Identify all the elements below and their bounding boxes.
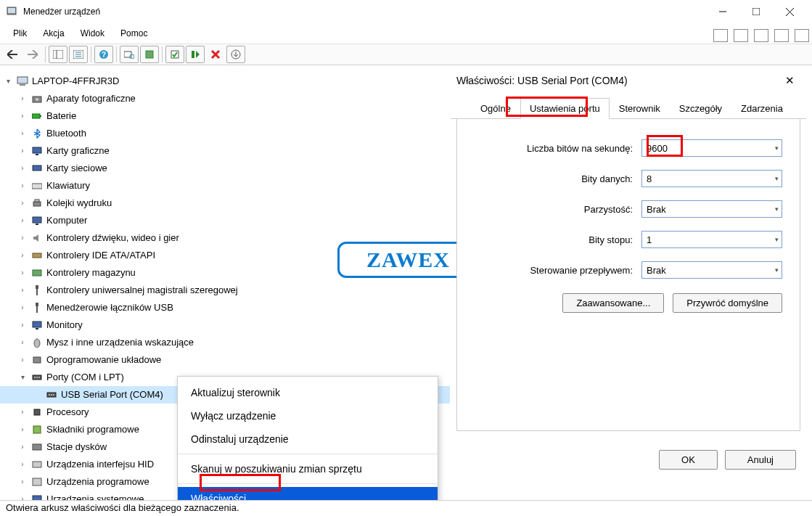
minimize-button[interactable] bbox=[706, 0, 739, 23]
system-icon bbox=[30, 494, 44, 500]
ok-button[interactable]: OK bbox=[659, 450, 718, 470]
cm-scan-hardware[interactable]: Skanuj w poszukiwaniu zmian sprzętu bbox=[178, 457, 438, 480]
disable-icon[interactable] bbox=[186, 46, 205, 63]
collapse-icon[interactable]: ▾ bbox=[17, 370, 28, 385]
update-driver-icon[interactable] bbox=[140, 46, 159, 63]
svg-rect-33 bbox=[35, 200, 39, 202]
expand-icon[interactable]: › bbox=[17, 353, 28, 367]
uninstall-icon[interactable] bbox=[206, 46, 225, 63]
tree-item-display[interactable]: ›Karty graficzne bbox=[0, 142, 450, 160]
expand-icon[interactable]: › bbox=[17, 248, 28, 263]
extra-icon-2[interactable] bbox=[734, 29, 748, 42]
tab-general[interactable]: Ogólne bbox=[471, 98, 520, 119]
tree-item-bluetooth[interactable]: ›Bluetooth bbox=[0, 125, 450, 142]
down-arrow-icon[interactable] bbox=[226, 46, 245, 63]
cm-disable-device[interactable]: Wyłącz urządzenie bbox=[178, 404, 438, 427]
svg-rect-23 bbox=[20, 84, 25, 86]
tree-item-label: Kontrolery IDE ATA/ATAPI bbox=[46, 248, 155, 263]
close-button[interactable] bbox=[773, 0, 806, 23]
tab-port-settings[interactable]: Ustawienia portu bbox=[520, 98, 610, 119]
tree-item-mice[interactable]: ›Mysz i inne urządzenia wskazujące bbox=[0, 334, 450, 351]
expand-icon[interactable]: › bbox=[17, 266, 28, 280]
tree-root[interactable]: ▾ LAPTOP-4FFRJR3D bbox=[0, 73, 450, 90]
show-hide-tree-icon[interactable] bbox=[49, 46, 67, 63]
menu-view[interactable]: Widok bbox=[73, 26, 112, 41]
flow-control-dropdown[interactable]: Brak ▾ bbox=[641, 261, 782, 279]
chevron-down-icon: ▾ bbox=[775, 175, 779, 182]
bits-per-sec-dropdown[interactable]: 9600 ▾ bbox=[641, 139, 782, 157]
tree-item-monitors[interactable]: ›Monitory bbox=[0, 316, 450, 334]
svg-point-15 bbox=[130, 54, 134, 59]
monitor-icon bbox=[30, 319, 44, 331]
stop-bits-dropdown[interactable]: 1 ▾ bbox=[641, 231, 782, 248]
svg-rect-30 bbox=[33, 165, 41, 171]
mouse-icon bbox=[30, 337, 44, 348]
expand-icon[interactable]: › bbox=[17, 475, 28, 489]
expand-icon[interactable]: › bbox=[17, 179, 28, 193]
properties-icon[interactable] bbox=[69, 46, 88, 63]
cm-uninstall-device[interactable]: Odinstaluj urządzenie bbox=[178, 427, 438, 451]
bits-per-sec-label: Liczba bitów na sekundę: bbox=[475, 143, 641, 154]
expand-icon[interactable]: › bbox=[17, 161, 28, 176]
expand-icon[interactable]: › bbox=[17, 109, 28, 123]
expand-icon[interactable]: › bbox=[17, 440, 28, 454]
enable-icon[interactable] bbox=[165, 46, 184, 63]
cm-update-driver[interactable]: Aktualizuj sterownik bbox=[178, 381, 438, 404]
hid-icon bbox=[30, 459, 44, 470]
extra-icon-4[interactable] bbox=[774, 29, 789, 42]
tree-item-usbconnectors[interactable]: ›Menedżerowie łączników USB bbox=[0, 299, 450, 316]
expand-icon[interactable]: › bbox=[17, 126, 28, 141]
cpu-icon bbox=[30, 406, 44, 418]
camera-icon bbox=[30, 93, 44, 105]
expand-icon[interactable]: › bbox=[17, 283, 28, 298]
tree-item-computer[interactable]: ›Komputer bbox=[0, 212, 450, 229]
menu-file[interactable]: Plik bbox=[6, 26, 34, 41]
expand-icon[interactable]: › bbox=[17, 318, 28, 332]
expand-icon[interactable]: › bbox=[17, 91, 28, 106]
tree-item-keyboards[interactable]: ›Klawiatury bbox=[0, 177, 450, 194]
help-icon[interactable]: ? bbox=[94, 46, 113, 63]
menu-action[interactable]: Akcja bbox=[36, 26, 71, 41]
scan-icon[interactable] bbox=[120, 46, 139, 63]
collapse-icon[interactable]: ▾ bbox=[3, 74, 13, 89]
forward-icon[interactable] bbox=[23, 46, 42, 63]
expand-icon[interactable]: › bbox=[17, 144, 28, 158]
cancel-button[interactable]: Anuluj bbox=[725, 450, 796, 470]
maximize-button[interactable] bbox=[739, 0, 773, 23]
expand-icon[interactable]: › bbox=[17, 422, 28, 437]
back-icon[interactable] bbox=[3, 46, 22, 63]
tree-item-cameras[interactable]: ›Aparaty fotograficzne bbox=[0, 90, 450, 107]
extra-icon-5[interactable] bbox=[795, 29, 809, 42]
menu-help[interactable]: Pomoc bbox=[113, 26, 155, 41]
parity-dropdown[interactable]: Brak ▾ bbox=[641, 200, 782, 218]
tree-item-usb[interactable]: ›Kontrolery uniwersalnej magistrali szer… bbox=[0, 282, 450, 299]
tab-events[interactable]: Zdarzenia bbox=[731, 98, 792, 119]
tab-driver[interactable]: Sterownik bbox=[610, 98, 670, 119]
sound-icon bbox=[30, 232, 44, 244]
extra-icon-3[interactable] bbox=[754, 29, 768, 42]
tab-details[interactable]: Szczegóły bbox=[670, 98, 731, 119]
advanced-button[interactable]: Zaawansowane... bbox=[562, 293, 664, 313]
expand-icon[interactable]: › bbox=[17, 231, 28, 245]
expand-icon[interactable]: › bbox=[17, 492, 28, 500]
tree-item-label: Kontrolery dźwięku, wideo i gier bbox=[46, 231, 179, 245]
properties-close-button[interactable]: ✕ bbox=[779, 74, 800, 87]
data-bits-dropdown[interactable]: 8 ▾ bbox=[641, 170, 782, 187]
tree-item-label: Składniki programowe bbox=[46, 422, 139, 437]
expand-icon[interactable]: › bbox=[17, 335, 28, 350]
tree-item-printqueues[interactable]: ›Kolejki wydruku bbox=[0, 194, 450, 212]
expand-icon[interactable]: › bbox=[17, 405, 28, 419]
chevron-down-icon: ▾ bbox=[775, 205, 779, 213]
expand-icon[interactable]: › bbox=[17, 213, 28, 228]
restore-defaults-button[interactable]: Przywróć domyślne bbox=[673, 293, 782, 313]
expand-icon[interactable]: › bbox=[17, 300, 28, 315]
svg-rect-55 bbox=[33, 426, 41, 433]
expand-icon[interactable]: › bbox=[17, 196, 28, 210]
svg-rect-34 bbox=[33, 217, 41, 223]
expand-icon[interactable]: › bbox=[17, 457, 28, 472]
tree-item-network[interactable]: ›Karty sieciowe bbox=[0, 160, 450, 177]
extra-icon-1[interactable] bbox=[713, 29, 728, 42]
svg-point-48 bbox=[36, 377, 38, 378]
tree-item-batteries[interactable]: ›Baterie bbox=[0, 107, 450, 125]
tree-item-firmware[interactable]: ›Oprogramowanie układowe bbox=[0, 351, 450, 369]
